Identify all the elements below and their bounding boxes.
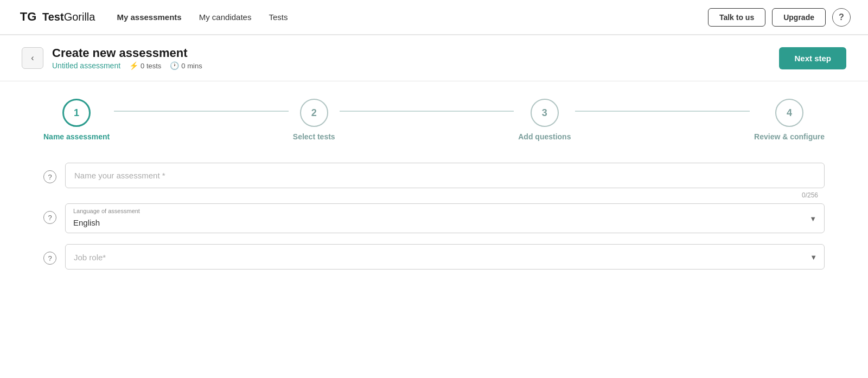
svg-text:TG: TG [20, 10, 37, 23]
logo-text: TestGorilla [42, 11, 95, 23]
step-4: 4 Review & configure [754, 99, 825, 141]
assessment-name-label: Untitled assessment [52, 61, 120, 70]
time-meta: 🕐 0 mins [170, 61, 202, 70]
step-2-label: Select tests [293, 132, 335, 141]
step-4-circle: 4 [775, 99, 803, 127]
step-4-label: Review & configure [754, 132, 825, 141]
step-line-1 [114, 111, 289, 112]
content-header: ‹ Create new assessment Untitled assessm… [0, 35, 868, 81]
upgrade-button[interactable]: Upgrade [772, 8, 826, 27]
nav-tests[interactable]: Tests [269, 12, 288, 22]
navbar-actions: Talk to us Upgrade ? [708, 8, 851, 27]
talk-to-us-button[interactable]: Talk to us [708, 8, 765, 27]
testgorilla-logo-icon: TG [17, 7, 39, 28]
help-button[interactable]: ? [832, 8, 851, 27]
step-3-circle: 3 [531, 99, 559, 127]
step-line-3 [575, 111, 750, 112]
tests-count: 0 tests [141, 62, 161, 70]
step-1-label: Name assessment [43, 132, 110, 141]
job-role-help-icon[interactable]: ? [43, 252, 56, 265]
tests-meta: ⚡ 0 tests [129, 61, 161, 70]
step-2: 2 Select tests [293, 99, 335, 141]
steps-progress: 1 Name assessment 2 Select tests 3 Add q… [0, 81, 868, 150]
step-2-circle: 2 [300, 99, 328, 127]
assessment-name-row: ? 0/256 [43, 163, 825, 188]
navbar: TG TestGorilla My assessments My candida… [0, 0, 868, 35]
tests-icon: ⚡ [129, 61, 138, 70]
nav-my-assessments[interactable]: My assessments [117, 12, 181, 22]
job-role-field: Job role* ▼ [65, 244, 825, 270]
language-select[interactable]: English [66, 204, 824, 233]
header-left: ‹ Create new assessment Untitled assessm… [22, 46, 202, 70]
step-1-circle: 1 [62, 99, 91, 127]
step-1: 1 Name assessment [43, 99, 110, 141]
language-row: ? Language of assessment English ▼ [43, 203, 825, 233]
step-3: 3 Add questions [518, 99, 571, 141]
main-nav: My assessments My candidates Tests [117, 12, 707, 22]
nav-my-candidates[interactable]: My candidates [199, 12, 252, 22]
back-button[interactable]: ‹ [22, 47, 43, 69]
form-section: ? 0/256 ? Language of assessment English… [0, 150, 868, 293]
language-label: Language of assessment [73, 208, 140, 214]
language-help-icon[interactable]: ? [43, 211, 56, 224]
assessment-name-field: 0/256 [65, 163, 825, 188]
language-field: Language of assessment English ▼ [65, 203, 825, 233]
logo[interactable]: TG TestGorilla [17, 7, 95, 28]
assessment-info: Create new assessment Untitled assessmen… [52, 46, 202, 70]
job-role-row: ? Job role* ▼ [43, 244, 825, 270]
char-count: 0/256 [802, 191, 818, 199]
page-title: Create new assessment [52, 46, 202, 60]
time-value: 0 mins [181, 62, 202, 70]
language-select-wrapper: Language of assessment English ▼ [65, 203, 825, 233]
assessment-subtitle: Untitled assessment ⚡ 0 tests 🕐 0 mins [52, 61, 202, 70]
time-icon: 🕐 [170, 61, 179, 70]
step-3-label: Add questions [518, 132, 571, 141]
assessment-name-help-icon[interactable]: ? [43, 170, 56, 183]
assessment-name-input[interactable] [65, 163, 825, 188]
next-step-button[interactable]: Next step [779, 47, 846, 69]
job-role-select[interactable] [65, 244, 825, 270]
step-line-2 [340, 111, 514, 112]
